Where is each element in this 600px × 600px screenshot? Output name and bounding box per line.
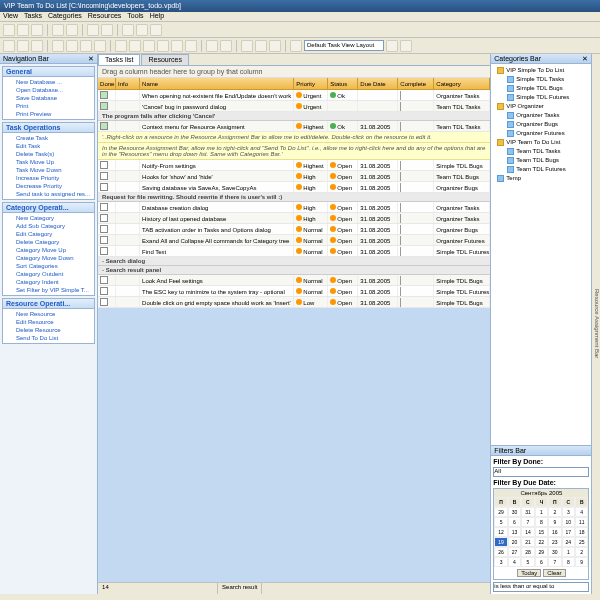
tb-new-icon[interactable]: [3, 24, 15, 36]
nav-panel-1[interactable]: Task Operations: [3, 123, 94, 133]
cal-day[interactable]: 19: [494, 537, 507, 547]
tb-save-icon[interactable]: [31, 24, 43, 36]
nav-item[interactable]: Task Move Down: [4, 166, 93, 174]
cal-day[interactable]: 8: [535, 517, 548, 527]
col-done[interactable]: Done: [98, 78, 116, 89]
tab-resources[interactable]: Resources: [141, 54, 188, 65]
cal-day[interactable]: 4: [575, 507, 588, 517]
nav-item[interactable]: Category Indent: [4, 278, 93, 286]
cal-day[interactable]: 27: [508, 547, 521, 557]
tb-redo-icon[interactable]: [66, 24, 78, 36]
tree-node[interactable]: VIP Organizer: [493, 102, 589, 111]
cal-day[interactable]: 7: [548, 557, 561, 567]
tree-node[interactable]: Simple TDL Bugs: [493, 84, 589, 93]
cal-day[interactable]: 20: [508, 537, 521, 547]
group-row[interactable]: The program falls after clicking 'Cancel…: [98, 112, 490, 121]
done-checkbox[interactable]: [100, 172, 108, 180]
cal-day[interactable]: 6: [508, 517, 521, 527]
tb2-14-icon[interactable]: [206, 40, 218, 52]
nav-item[interactable]: Category Move Down: [4, 254, 93, 262]
menu-view[interactable]: View: [3, 12, 18, 19]
menu-tools[interactable]: Tools: [127, 12, 143, 19]
cal-day[interactable]: 9: [548, 517, 561, 527]
cal-day[interactable]: 21: [521, 537, 534, 547]
nav-panel-2[interactable]: Category Operati...: [3, 203, 94, 213]
tab-tasks-list[interactable]: Tasks list: [98, 54, 140, 65]
tree-node[interactable]: Temp: [493, 174, 589, 183]
done-checkbox[interactable]: [100, 91, 108, 99]
tree-node[interactable]: Organizer Tasks: [493, 111, 589, 120]
nav-item[interactable]: Edit Task: [4, 142, 93, 150]
col-duedate[interactable]: Due Date: [358, 78, 398, 89]
cal-day[interactable]: 3: [494, 557, 507, 567]
tb-print-icon[interactable]: [87, 24, 99, 36]
tb-open-icon[interactable]: [17, 24, 29, 36]
nav-item[interactable]: Decrease Priority: [4, 182, 93, 190]
cal-day[interactable]: 5: [494, 517, 507, 527]
cal-day[interactable]: 30: [508, 507, 521, 517]
tb-5-icon[interactable]: [122, 24, 134, 36]
col-info[interactable]: Info: [116, 78, 140, 89]
cal-day[interactable]: 18: [575, 527, 588, 537]
tb2-12-icon[interactable]: [171, 40, 183, 52]
tb2-2-icon[interactable]: [17, 40, 29, 52]
nav-item[interactable]: Print Preview: [4, 110, 93, 118]
cal-day[interactable]: 6: [535, 557, 548, 567]
cal-day[interactable]: 26: [494, 547, 507, 557]
tree-node[interactable]: VIP Simple To Do List: [493, 66, 589, 75]
task-row[interactable]: 'Cancel' bug in password dialogUrgentTea…: [98, 101, 490, 112]
clear-button[interactable]: Clear: [543, 569, 565, 577]
group-row[interactable]: - Search dialog: [98, 257, 490, 266]
tb-7-icon[interactable]: [150, 24, 162, 36]
done-checkbox[interactable]: [100, 287, 108, 295]
cal-day[interactable]: 24: [562, 537, 575, 547]
tb-undo-icon[interactable]: [52, 24, 64, 36]
nav-item[interactable]: Edit Resource: [4, 318, 93, 326]
task-row[interactable]: Context menu for Resource AssigmentHighe…: [98, 121, 490, 132]
nav-item[interactable]: Sort Categories: [4, 262, 93, 270]
calendar-month[interactable]: Сентябрь 2005: [494, 489, 588, 497]
tree-node[interactable]: Team TDL Tasks: [493, 147, 589, 156]
done-checkbox[interactable]: [100, 161, 108, 169]
nav-item[interactable]: Delete Category: [4, 238, 93, 246]
menu-categories[interactable]: Categories: [48, 12, 82, 19]
nav-item[interactable]: New Database ...: [4, 78, 93, 86]
cal-day[interactable]: 13: [508, 527, 521, 537]
task-row[interactable]: Hooks for 'show' and 'hide'HighOpen31.08…: [98, 171, 490, 182]
cal-day[interactable]: 3: [562, 507, 575, 517]
cal-day[interactable]: 14: [521, 527, 534, 537]
tree-node[interactable]: Team TDL Futures: [493, 165, 589, 174]
tb2-9-icon[interactable]: [129, 40, 141, 52]
tb2-15-icon[interactable]: [220, 40, 232, 52]
tb2-21-icon[interactable]: [400, 40, 412, 52]
nav-item[interactable]: New Resource: [4, 310, 93, 318]
calendar[interactable]: Сентябрь 2005 ПВСЧПСВ2930311234567891011…: [493, 488, 589, 580]
cal-day[interactable]: 28: [521, 547, 534, 557]
task-row[interactable]: Saving database via SaveAs, SaveCopyAsHi…: [98, 182, 490, 193]
done-checkbox[interactable]: [100, 298, 108, 306]
tb2-3-icon[interactable]: [31, 40, 43, 52]
filter-op-combo[interactable]: is less than or equal to: [493, 582, 589, 592]
cal-day[interactable]: 10: [562, 517, 575, 527]
cal-day[interactable]: 2: [548, 507, 561, 517]
cal-day[interactable]: 30: [548, 547, 561, 557]
task-row[interactable]: Database creation dialogHighOpen31.08.20…: [98, 202, 490, 213]
tree-node[interactable]: Simple TDL Futures: [493, 93, 589, 102]
task-row[interactable]: Exand All and Collapse All commands for …: [98, 235, 490, 246]
nav-close-icon[interactable]: ✕: [88, 54, 94, 63]
cal-day[interactable]: 1: [562, 547, 575, 557]
done-checkbox[interactable]: [100, 183, 108, 191]
nav-item[interactable]: Send task to assigned res...: [4, 190, 93, 198]
tb2-5-icon[interactable]: [66, 40, 78, 52]
tb2-6-icon[interactable]: [80, 40, 92, 52]
nav-item[interactable]: Increase Priority: [4, 174, 93, 182]
col-category[interactable]: Category: [434, 78, 490, 89]
tree-node[interactable]: VIP Team To Do List: [493, 138, 589, 147]
task-row[interactable]: Find TextNormalOpen31.08.2005Simple TDL …: [98, 246, 490, 257]
nav-item[interactable]: Set Filter by VIP Simple T...: [4, 286, 93, 294]
tree-node[interactable]: Organizer Futures: [493, 129, 589, 138]
resource-assignment-bar[interactable]: Resource Assignment Bar: [591, 54, 600, 594]
tb2-11-icon[interactable]: [157, 40, 169, 52]
tb2-17-icon[interactable]: [255, 40, 267, 52]
menu-tasks[interactable]: Tasks: [24, 12, 42, 19]
